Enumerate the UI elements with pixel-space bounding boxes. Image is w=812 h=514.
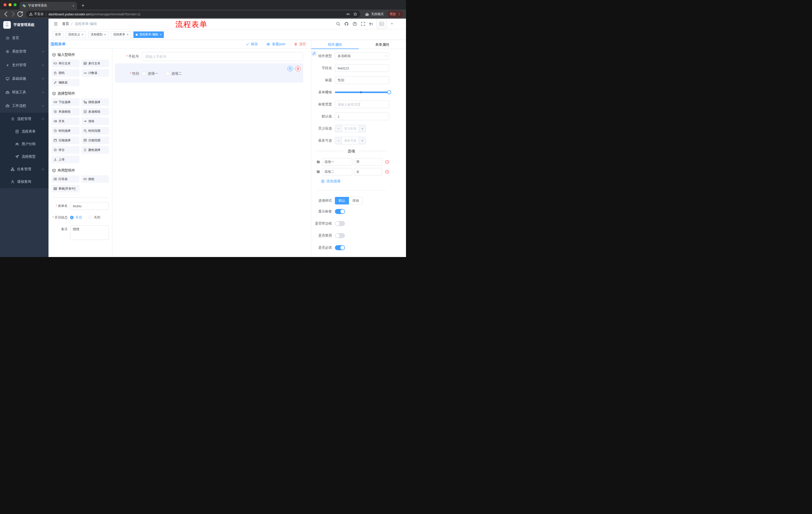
sidebar-item[interactable]: 研发工具 <box>0 85 49 99</box>
browser-menu-update-button[interactable]: 更新 <box>387 11 404 17</box>
drag-handle-icon[interactable] <box>316 160 320 164</box>
field-phone[interactable]: 手机号 <box>115 52 303 61</box>
address-bar[interactable]: 不安全 | dashboard.yudao.iocoder.cn/bpm/man… <box>26 10 360 18</box>
option-label-input[interactable] <box>322 158 352 166</box>
component-chip[interactable]: 按钮 <box>81 175 109 183</box>
font-size-icon[interactable]: TT <box>369 22 373 26</box>
sidebar-item[interactable]: 流程管理 <box>0 113 49 125</box>
clear-button[interactable]: 清空 <box>294 42 306 47</box>
remove-option-icon[interactable] <box>385 160 389 164</box>
copy-field-button[interactable] <box>287 66 293 72</box>
phone-input[interactable] <box>142 52 303 61</box>
tags-view-tab[interactable]: 流程表单 × <box>111 31 131 38</box>
reload-icon[interactable] <box>17 10 24 18</box>
sidebar-item[interactable]: ¥ 支付管理 <box>0 58 49 72</box>
decrease-button[interactable]: − <box>335 137 342 144</box>
checkbox-option[interactable]: 选项二 <box>166 72 182 76</box>
component-chip[interactable]: 行容器 <box>52 175 79 183</box>
component-chip[interactable]: 评分 <box>52 146 79 154</box>
avatar-caret-down-icon[interactable] <box>390 22 394 25</box>
component-chip[interactable]: 编辑器 <box>52 79 79 86</box>
component-chip[interactable]: 颜色选择 <box>81 146 109 154</box>
component-chip[interactable]: 上传 <box>52 156 79 163</box>
label-width-input[interactable] <box>335 101 389 108</box>
toggle-switch[interactable] <box>335 209 345 214</box>
toggle-switch[interactable] <box>335 221 345 226</box>
sidebar-item[interactable]: 流程表单 <box>0 125 49 138</box>
component-chip[interactable]: 开关 <box>52 117 79 125</box>
component-chip[interactable]: 123 计数器 <box>81 69 109 77</box>
status-radio-off[interactable]: 关闭 <box>88 214 100 221</box>
close-icon[interactable]: × <box>104 33 106 36</box>
tags-view-tab[interactable]: 流程表单-编辑 × <box>134 31 164 38</box>
sidebar-item[interactable]: 基础设施 <box>0 72 49 85</box>
sidebar-item[interactable]: 系统管理 <box>0 45 49 58</box>
component-chip[interactable]: 时间选择 <box>52 127 79 135</box>
min-select-value[interactable]: 至少应选 <box>342 125 359 132</box>
github-icon[interactable] <box>344 22 349 26</box>
field-gender-selected[interactable]: 性别 选项一 选项二 <box>115 64 303 82</box>
fullscreen-icon[interactable] <box>361 22 365 26</box>
field-name-input[interactable] <box>335 64 389 72</box>
component-chip[interactable]: 单行文本 <box>52 60 79 67</box>
sidebar-logo[interactable]: 芋道管理系统 <box>0 19 49 31</box>
save-button[interactable]: 保存 <box>246 42 258 47</box>
tab-form-props[interactable]: 表单属性 <box>359 40 406 49</box>
remove-option-icon[interactable] <box>385 169 389 174</box>
view-json-button[interactable]: 查看json <box>266 42 285 47</box>
component-chip[interactable]: 滑块 <box>81 117 109 125</box>
tab-component-props[interactable]: 组件属性 <box>311 40 359 49</box>
component-chip[interactable]: 日期范围 <box>81 137 109 144</box>
sidebar-item[interactable]: 工作流程 <box>0 99 49 113</box>
help-icon[interactable] <box>352 22 357 26</box>
link-icon[interactable] <box>312 51 317 56</box>
browser-tab[interactable]: 芋道管理系统 × <box>20 2 77 9</box>
close-icon[interactable]: × <box>160 33 162 36</box>
status-radio-on[interactable]: 开启 <box>70 214 82 221</box>
toggle-switch[interactable] <box>335 233 345 238</box>
increase-button[interactable]: + <box>359 125 366 132</box>
style-button-button[interactable]: 按钮 <box>349 197 363 205</box>
component-type-select[interactable]: 多选框组 <box>335 52 389 60</box>
minimize-window-button[interactable] <box>8 3 11 6</box>
security-chip[interactable]: 不安全 <box>29 12 44 16</box>
increase-button[interactable]: + <box>359 137 366 144</box>
delete-field-button[interactable] <box>295 66 301 72</box>
component-chip[interactable]: 单选框组 <box>52 108 79 115</box>
forward-icon[interactable] <box>9 10 17 18</box>
component-chip[interactable]: 表格[开发中] <box>52 185 79 192</box>
tab-close-icon[interactable]: × <box>72 4 75 7</box>
tags-view-tab[interactable]: 首页 × <box>53 31 63 38</box>
bookmark-star-icon[interactable] <box>353 12 357 16</box>
sidebar-item[interactable]: 请假查询 <box>0 175 49 188</box>
new-tab-button[interactable]: + <box>79 2 86 9</box>
option-label-input[interactable] <box>322 168 352 175</box>
close-icon[interactable]: × <box>82 33 84 36</box>
sidebar-item[interactable]: 流程模型 <box>0 151 49 163</box>
close-icon[interactable]: × <box>127 33 128 36</box>
menu-fold-icon[interactable] <box>54 22 58 26</box>
default-value-input[interactable] <box>335 113 389 120</box>
max-select-value[interactable]: 最多可选 <box>342 137 359 144</box>
component-chip[interactable]: 多行文本 <box>81 60 109 67</box>
key-icon[interactable] <box>346 12 350 16</box>
slider-handle[interactable] <box>387 90 391 94</box>
style-default-button[interactable]: 默认 <box>335 197 349 205</box>
component-chip[interactable]: 时间范围 <box>81 127 109 135</box>
component-chip[interactable]: 多选框组 <box>81 108 109 115</box>
breadcrumb-home[interactable]: 首页 <box>62 22 69 26</box>
form-name-input[interactable] <box>70 202 109 210</box>
sidebar-item[interactable]: 任务管理 <box>0 163 49 175</box>
add-option-button[interactable]: 添加选项 <box>321 179 403 184</box>
sidebar-item[interactable]: 用户分组 <box>0 138 49 151</box>
component-chip[interactable]: 密码 <box>52 69 79 77</box>
decrease-button[interactable]: − <box>335 125 342 132</box>
drag-handle-icon[interactable] <box>316 170 320 174</box>
checkbox-option[interactable]: 选项一 <box>142 72 158 76</box>
close-window-button[interactable] <box>3 3 6 6</box>
kebab-menu-icon[interactable] <box>398 12 401 16</box>
title-input[interactable] <box>335 77 389 84</box>
tags-view-tab[interactable]: 流程定义 × <box>66 31 86 38</box>
sidebar-item[interactable]: 首页 <box>0 31 49 45</box>
grid-slider[interactable] <box>335 91 389 93</box>
